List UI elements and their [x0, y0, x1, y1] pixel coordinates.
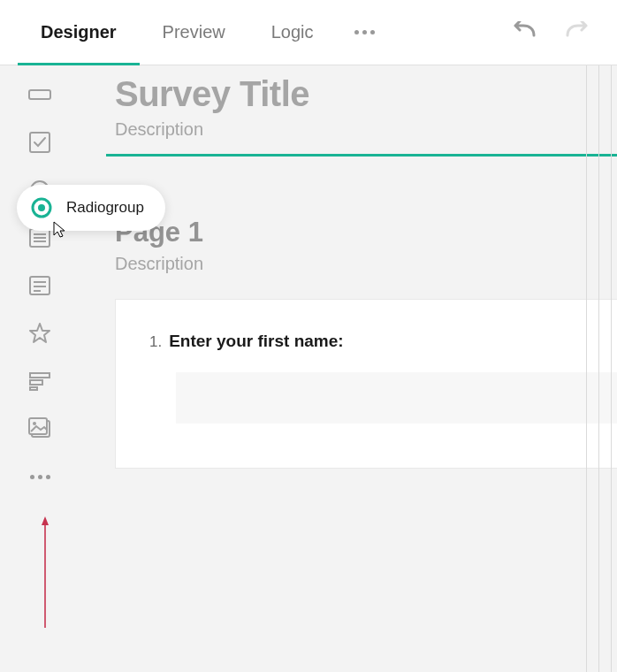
- survey-description-input[interactable]: Description: [115, 119, 610, 140]
- toolbox-tooltip[interactable]: Radiogroup: [17, 185, 165, 231]
- tab-more[interactable]: [337, 0, 392, 65]
- checkbox-icon: [28, 131, 51, 154]
- tooltip-label: Radiogroup: [66, 199, 144, 217]
- svg-rect-14: [30, 387, 37, 390]
- star-icon: [28, 322, 51, 345]
- radiogroup-icon: [29, 195, 54, 220]
- toolbox-item-checkbox[interactable]: [28, 131, 51, 154]
- svg-point-17: [33, 422, 36, 425]
- divider: [106, 154, 617, 157]
- imagepicker-icon: [28, 417, 51, 440]
- toolbox-item-rating[interactable]: [28, 322, 51, 345]
- toolbox-item-more[interactable]: [28, 465, 51, 488]
- panel-edges: [582, 65, 617, 672]
- ranking-icon: [28, 371, 51, 391]
- page-title[interactable]: Page 1: [115, 217, 610, 248]
- undo-icon: [511, 21, 537, 41]
- tab-logic[interactable]: Logic: [248, 0, 337, 65]
- comment-icon: [28, 275, 51, 296]
- page-description-input[interactable]: Description: [115, 254, 610, 274]
- undo-redo-group: [511, 21, 599, 44]
- svg-rect-0: [29, 90, 50, 99]
- question-text-content: Enter your first name:: [169, 332, 343, 350]
- singleinput-icon: [28, 87, 51, 103]
- toolbox-item-imagepicker[interactable]: [28, 417, 51, 440]
- text-input-field[interactable]: [176, 372, 617, 424]
- survey-title-input[interactable]: Survey Title: [115, 74, 610, 114]
- cursor-icon: [53, 221, 67, 242]
- svg-rect-12: [30, 373, 50, 378]
- svg-rect-13: [30, 380, 42, 385]
- question-number: 1.: [149, 333, 162, 350]
- question-card[interactable]: 1.Enter your first name:: [115, 299, 617, 469]
- dots-icon: [354, 30, 375, 34]
- svg-point-19: [38, 204, 45, 211]
- compact-toolbox: [0, 65, 80, 672]
- design-canvas: Survey Title Description Page 1 Descript…: [80, 65, 617, 672]
- tab-preview[interactable]: Preview: [140, 0, 248, 65]
- toolbox-item-singleinput[interactable]: [28, 83, 51, 106]
- toolbox-item-comment[interactable]: [28, 274, 51, 297]
- top-navigation: Designer Preview Logic: [0, 0, 617, 65]
- redo-button[interactable]: [564, 21, 590, 44]
- dots-icon: [30, 475, 50, 479]
- undo-button[interactable]: [511, 21, 537, 44]
- tab-designer[interactable]: Designer: [18, 0, 140, 65]
- main-area: Radiogroup Survey Title Description Page…: [0, 65, 617, 672]
- svg-rect-1: [30, 133, 50, 152]
- question-title[interactable]: 1.Enter your first name:: [149, 332, 584, 351]
- toolbox-item-ranking[interactable]: [28, 370, 51, 393]
- tabs-container: Designer Preview Logic: [18, 0, 392, 65]
- redo-icon: [564, 21, 590, 41]
